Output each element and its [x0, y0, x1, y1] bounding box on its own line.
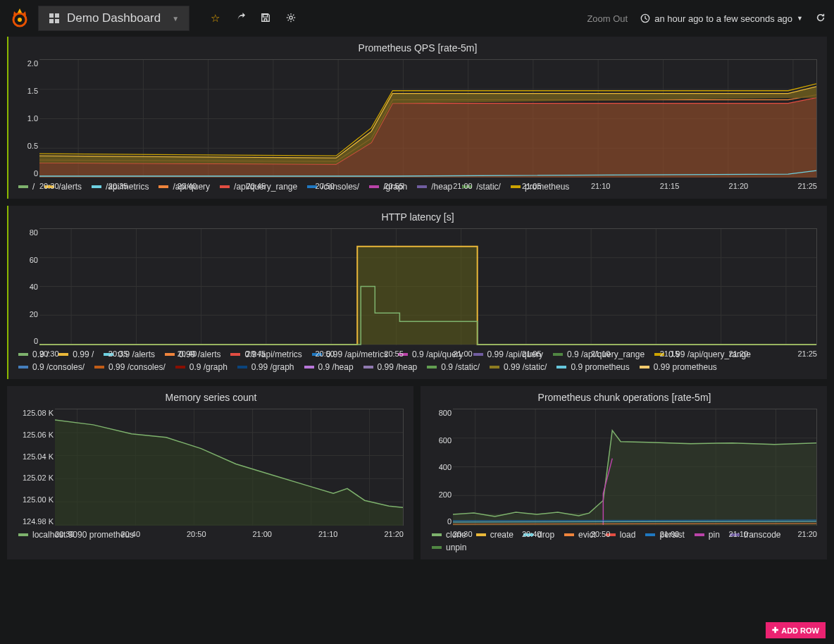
legend-item[interactable]: 0.9 /consoles/	[18, 362, 85, 372]
panel-title: Memory series count	[8, 386, 413, 406]
x-axis: 20:3020:4020:5021:0021:1021:20	[453, 526, 817, 540]
panel-title: Prometheus chunk operations [rate-5m]	[422, 386, 827, 406]
x-axis: 20:3020:3520:4020:4520:5020:5521:0021:05…	[39, 178, 817, 192]
share-icon[interactable]	[235, 13, 245, 25]
legend-item[interactable]: 0.99 /heap	[363, 362, 418, 372]
legend-item[interactable]: unpin	[432, 543, 466, 552]
y-axis: 806040200	[14, 228, 38, 345]
panel-latency[interactable]: HTTP latency [s] 806040200 20:3020:3520:…	[7, 206, 827, 379]
x-axis: 20:3020:3520:4020:4520:5020:5521:0021:05…	[39, 345, 817, 359]
grafana-logo[interactable]	[8, 7, 31, 30]
legend-item[interactable]: 0.9 /static/	[427, 362, 480, 372]
svg-point-6	[290, 16, 292, 18]
dashboard-picker-button[interactable]: Demo Dashboard ▼	[38, 6, 189, 31]
panel-title: HTTP latency [s]	[8, 206, 827, 225]
legend-item[interactable]: 0.9 prometheus	[556, 362, 629, 372]
legend-item[interactable]: 0.99 prometheus	[640, 362, 717, 372]
svg-rect-5	[55, 19, 59, 23]
chart-area[interactable]	[39, 228, 817, 345]
legend-item[interactable]: /	[18, 182, 35, 192]
x-axis: 20:3020:4020:5021:0021:1021:20	[55, 526, 404, 540]
topbar: Demo Dashboard ▼ ☆ Zoom Out an hour ago …	[0, 0, 834, 37]
chevron-down-icon: ▼	[797, 15, 803, 22]
legend-item[interactable]: 0.9 /graph	[175, 362, 228, 372]
panel-chunk[interactable]: Prometheus chunk operations [rate-5m] 80…	[421, 386, 827, 559]
time-range-picker[interactable]: an hour ago to a few seconds ago ▼	[640, 13, 803, 24]
legend-item[interactable]: 0.99 /consoles/	[94, 362, 166, 372]
legend-item[interactable]: 0.99 /graph	[237, 362, 294, 372]
y-axis: 8006004002000	[428, 409, 452, 526]
save-icon[interactable]	[261, 13, 270, 25]
legend-item[interactable]: 0.9 /heap	[304, 362, 354, 372]
svg-rect-4	[49, 19, 54, 23]
grid-icon	[49, 13, 60, 24]
toolbar: ☆	[211, 12, 296, 25]
svg-rect-2	[49, 13, 54, 18]
clock-icon	[640, 13, 650, 23]
chevron-down-icon: ▼	[172, 15, 179, 23]
dashboard-title: Demo Dashboard	[67, 11, 161, 25]
gear-icon[interactable]	[286, 13, 296, 25]
panel-memory[interactable]: Memory series count 125.08 K125.06 K125.…	[7, 386, 413, 559]
svg-rect-3	[55, 13, 59, 18]
svg-point-1	[18, 18, 22, 22]
chart-area[interactable]	[39, 59, 817, 178]
y-axis: 2.01.51.00.50	[14, 59, 38, 178]
legend-item[interactable]: 0.99 /static/	[490, 362, 547, 372]
y-axis: 125.08 K125.06 K125.04 K125.02 K125.00 K…	[13, 409, 54, 526]
star-icon[interactable]: ☆	[211, 12, 220, 25]
chart-area[interactable]	[55, 409, 404, 526]
zoom-out-button[interactable]: Zoom Out	[587, 13, 628, 24]
panel-title: Prometheus QPS [rate-5m]	[8, 37, 827, 56]
chart-area[interactable]	[453, 409, 817, 526]
panel-qps[interactable]: Prometheus QPS [rate-5m] 2.01.51.00.50	[7, 37, 827, 199]
refresh-icon[interactable]	[816, 13, 826, 25]
